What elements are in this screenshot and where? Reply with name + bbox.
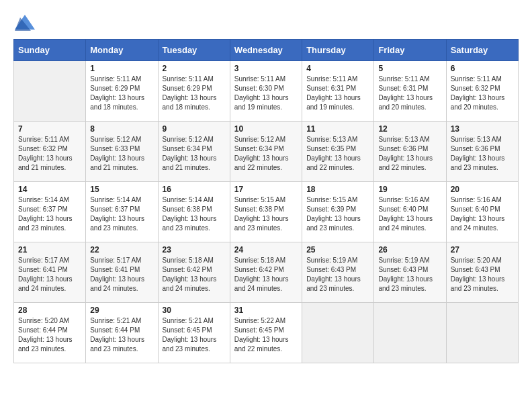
logo bbox=[13, 13, 39, 32]
calendar-cell: 9Sunrise: 5:12 AMSunset: 6:34 PMDaylight… bbox=[158, 122, 230, 182]
day-number: 6 bbox=[451, 64, 514, 73]
day-info: Sunrise: 5:20 AMSunset: 6:43 PMDaylight:… bbox=[451, 256, 514, 293]
calendar-cell: 12Sunrise: 5:13 AMSunset: 6:36 PMDayligh… bbox=[374, 122, 446, 182]
day-number: 22 bbox=[90, 245, 153, 255]
calendar-cell: 11Sunrise: 5:13 AMSunset: 6:35 PMDayligh… bbox=[302, 122, 374, 182]
day-info: Sunrise: 5:15 AMSunset: 6:39 PMDaylight:… bbox=[306, 195, 369, 233]
calendar-cell: 29Sunrise: 5:21 AMSunset: 6:44 PMDayligh… bbox=[86, 303, 158, 363]
day-info: Sunrise: 5:11 AMSunset: 6:32 PMDaylight:… bbox=[451, 75, 514, 112]
calendar-cell: 5Sunrise: 5:11 AMSunset: 6:31 PMDaylight… bbox=[374, 61, 446, 122]
calendar-week-row: 14Sunrise: 5:14 AMSunset: 6:37 PMDayligh… bbox=[14, 182, 519, 242]
day-info: Sunrise: 5:19 AMSunset: 6:43 PMDaylight:… bbox=[378, 256, 441, 293]
calendar-cell: 26Sunrise: 5:19 AMSunset: 6:43 PMDayligh… bbox=[374, 242, 446, 303]
calendar-week-row: 1Sunrise: 5:11 AMSunset: 6:29 PMDaylight… bbox=[14, 61, 519, 122]
day-info: Sunrise: 5:13 AMSunset: 6:36 PMDaylight:… bbox=[378, 135, 441, 173]
calendar-cell: 14Sunrise: 5:14 AMSunset: 6:37 PMDayligh… bbox=[14, 182, 86, 242]
day-number: 31 bbox=[234, 306, 298, 315]
day-number: 24 bbox=[234, 245, 298, 255]
calendar-cell: 10Sunrise: 5:12 AMSunset: 6:34 PMDayligh… bbox=[230, 122, 302, 182]
calendar-cell bbox=[446, 303, 518, 363]
day-number: 30 bbox=[163, 306, 226, 315]
day-number: 3 bbox=[234, 64, 298, 73]
calendar-cell: 16Sunrise: 5:14 AMSunset: 6:38 PMDayligh… bbox=[158, 182, 230, 242]
day-info: Sunrise: 5:15 AMSunset: 6:38 PMDaylight:… bbox=[234, 195, 298, 233]
day-number: 8 bbox=[90, 124, 153, 134]
day-number: 5 bbox=[378, 64, 441, 73]
logo-icon bbox=[13, 13, 36, 32]
day-number: 23 bbox=[163, 245, 226, 255]
day-info: Sunrise: 5:17 AMSunset: 6:41 PMDaylight:… bbox=[18, 256, 81, 293]
day-info: Sunrise: 5:11 AMSunset: 6:29 PMDaylight:… bbox=[90, 75, 153, 112]
day-info: Sunrise: 5:11 AMSunset: 6:32 PMDaylight:… bbox=[18, 135, 81, 173]
calendar-week-row: 28Sunrise: 5:20 AMSunset: 6:44 PMDayligh… bbox=[14, 303, 519, 363]
day-number: 28 bbox=[18, 306, 81, 315]
calendar-cell bbox=[14, 61, 86, 122]
calendar-cell: 17Sunrise: 5:15 AMSunset: 6:38 PMDayligh… bbox=[230, 182, 302, 242]
header-saturday: Saturday bbox=[446, 40, 518, 61]
calendar-cell: 4Sunrise: 5:11 AMSunset: 6:31 PMDaylight… bbox=[302, 61, 374, 122]
day-info: Sunrise: 5:20 AMSunset: 6:44 PMDaylight:… bbox=[18, 316, 81, 354]
day-number: 9 bbox=[163, 124, 226, 134]
day-number: 13 bbox=[451, 124, 514, 134]
day-number: 17 bbox=[234, 185, 298, 194]
calendar-cell: 28Sunrise: 5:20 AMSunset: 6:44 PMDayligh… bbox=[14, 303, 86, 363]
day-info: Sunrise: 5:14 AMSunset: 6:38 PMDaylight:… bbox=[163, 195, 226, 233]
day-info: Sunrise: 5:11 AMSunset: 6:31 PMDaylight:… bbox=[378, 75, 441, 112]
calendar-header-row: SundayMondayTuesdayWednesdayThursdayFrid… bbox=[14, 40, 519, 61]
calendar-cell: 13Sunrise: 5:13 AMSunset: 6:36 PMDayligh… bbox=[446, 122, 518, 182]
day-info: Sunrise: 5:14 AMSunset: 6:37 PMDaylight:… bbox=[18, 195, 81, 233]
day-info: Sunrise: 5:17 AMSunset: 6:41 PMDaylight:… bbox=[90, 256, 153, 293]
calendar-cell: 8Sunrise: 5:12 AMSunset: 6:33 PMDaylight… bbox=[86, 122, 158, 182]
calendar-cell: 19Sunrise: 5:16 AMSunset: 6:40 PMDayligh… bbox=[374, 182, 446, 242]
day-info: Sunrise: 5:12 AMSunset: 6:33 PMDaylight:… bbox=[90, 135, 153, 173]
day-number: 11 bbox=[306, 124, 369, 134]
day-number: 1 bbox=[90, 64, 153, 73]
day-number: 12 bbox=[378, 124, 441, 134]
calendar-week-row: 21Sunrise: 5:17 AMSunset: 6:41 PMDayligh… bbox=[14, 242, 519, 303]
day-number: 20 bbox=[451, 185, 514, 194]
calendar-cell: 24Sunrise: 5:18 AMSunset: 6:42 PMDayligh… bbox=[230, 242, 302, 303]
day-number: 29 bbox=[90, 306, 153, 315]
calendar-cell: 2Sunrise: 5:11 AMSunset: 6:29 PMDaylight… bbox=[158, 61, 230, 122]
day-info: Sunrise: 5:14 AMSunset: 6:37 PMDaylight:… bbox=[90, 195, 153, 233]
header-sunday: Sunday bbox=[14, 40, 86, 61]
day-number: 26 bbox=[378, 245, 441, 255]
calendar-cell bbox=[302, 303, 374, 363]
calendar-cell: 7Sunrise: 5:11 AMSunset: 6:32 PMDaylight… bbox=[14, 122, 86, 182]
calendar-cell: 20Sunrise: 5:16 AMSunset: 6:40 PMDayligh… bbox=[446, 182, 518, 242]
calendar-cell: 6Sunrise: 5:11 AMSunset: 6:32 PMDaylight… bbox=[446, 61, 518, 122]
day-info: Sunrise: 5:18 AMSunset: 6:42 PMDaylight:… bbox=[234, 256, 298, 293]
day-number: 14 bbox=[18, 185, 81, 194]
calendar-table: SundayMondayTuesdayWednesdayThursdayFrid… bbox=[13, 39, 519, 363]
day-info: Sunrise: 5:11 AMSunset: 6:29 PMDaylight:… bbox=[163, 75, 226, 112]
header-friday: Friday bbox=[374, 40, 446, 61]
day-info: Sunrise: 5:13 AMSunset: 6:35 PMDaylight:… bbox=[306, 135, 369, 173]
calendar-week-row: 7Sunrise: 5:11 AMSunset: 6:32 PMDaylight… bbox=[14, 122, 519, 182]
calendar-cell: 30Sunrise: 5:21 AMSunset: 6:45 PMDayligh… bbox=[158, 303, 230, 363]
calendar-cell: 22Sunrise: 5:17 AMSunset: 6:41 PMDayligh… bbox=[86, 242, 158, 303]
calendar-cell: 31Sunrise: 5:22 AMSunset: 6:45 PMDayligh… bbox=[230, 303, 302, 363]
day-number: 18 bbox=[306, 185, 369, 194]
day-number: 2 bbox=[163, 64, 226, 73]
day-number: 27 bbox=[451, 245, 514, 255]
day-number: 25 bbox=[306, 245, 369, 255]
day-info: Sunrise: 5:22 AMSunset: 6:45 PMDaylight:… bbox=[234, 316, 298, 354]
day-info: Sunrise: 5:21 AMSunset: 6:45 PMDaylight:… bbox=[163, 316, 226, 354]
calendar-cell bbox=[374, 303, 446, 363]
header-tuesday: Tuesday bbox=[158, 40, 230, 61]
day-info: Sunrise: 5:21 AMSunset: 6:44 PMDaylight:… bbox=[90, 316, 153, 354]
day-info: Sunrise: 5:11 AMSunset: 6:30 PMDaylight:… bbox=[234, 75, 298, 112]
day-info: Sunrise: 5:12 AMSunset: 6:34 PMDaylight:… bbox=[234, 135, 298, 173]
day-info: Sunrise: 5:12 AMSunset: 6:34 PMDaylight:… bbox=[163, 135, 226, 173]
day-number: 15 bbox=[90, 185, 153, 194]
calendar-cell: 25Sunrise: 5:19 AMSunset: 6:43 PMDayligh… bbox=[302, 242, 374, 303]
header-thursday: Thursday bbox=[302, 40, 374, 61]
day-info: Sunrise: 5:19 AMSunset: 6:43 PMDaylight:… bbox=[306, 256, 369, 293]
day-number: 16 bbox=[163, 185, 226, 194]
page-header bbox=[13, 13, 519, 32]
day-info: Sunrise: 5:16 AMSunset: 6:40 PMDaylight:… bbox=[378, 195, 441, 233]
calendar-cell: 23Sunrise: 5:18 AMSunset: 6:42 PMDayligh… bbox=[158, 242, 230, 303]
header-wednesday: Wednesday bbox=[230, 40, 302, 61]
calendar-cell: 21Sunrise: 5:17 AMSunset: 6:41 PMDayligh… bbox=[14, 242, 86, 303]
day-number: 4 bbox=[306, 64, 369, 73]
